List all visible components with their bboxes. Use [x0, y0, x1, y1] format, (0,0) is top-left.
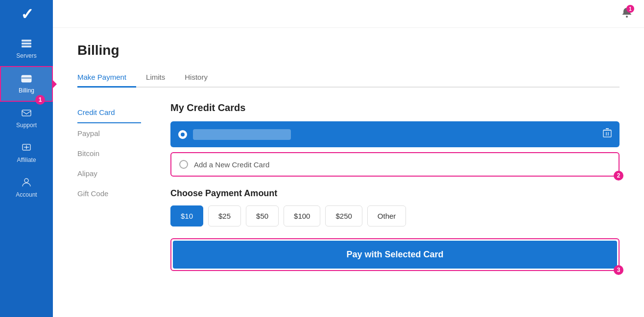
svg-rect-4	[22, 77, 31, 79]
sidebar-item-affiliate-label: Affiliate	[17, 157, 36, 163]
inner-layout: Credit Card Paypal Bitcoin Alipay Gift C…	[77, 102, 620, 271]
my-credit-cards-title: My Credit Cards	[170, 102, 620, 113]
tab-history[interactable]: History	[185, 68, 217, 88]
tab-make-payment[interactable]: Make Payment	[77, 68, 136, 88]
sidebar-item-servers-label: Servers	[16, 52, 36, 59]
billing-step-badge: 1	[35, 95, 45, 105]
amount-25[interactable]: $25	[208, 205, 241, 226]
top-bar: 1	[53, 0, 644, 28]
payment-method-bitcoin[interactable]: Bitcoin	[77, 143, 141, 163]
payment-methods-list: Credit Card Paypal Bitcoin Alipay Gift C…	[77, 102, 141, 271]
billing-icon	[21, 74, 32, 85]
pay-button-wrapper: Pay with Selected Card 3	[170, 238, 620, 271]
notification-button[interactable]: 1	[620, 5, 634, 23]
billing-tabs: Make Payment Limits History	[77, 68, 620, 88]
amount-other[interactable]: Other	[367, 205, 406, 226]
sidebar-item-account-label: Account	[16, 191, 37, 198]
sidebar-item-billing[interactable]: Billing 1	[0, 66, 53, 102]
payment-method-credit-card[interactable]: Credit Card	[77, 102, 141, 123]
card-number-display	[193, 129, 291, 140]
sidebar-item-servers[interactable]: Servers	[0, 32, 53, 66]
svg-rect-2	[22, 45, 31, 47]
affiliate-icon	[22, 142, 31, 155]
logo: ✓	[21, 5, 33, 23]
svg-point-9	[24, 179, 28, 182]
sidebar-item-support[interactable]: Support	[0, 102, 53, 136]
support-icon	[22, 109, 31, 120]
add-card-radio	[179, 160, 188, 169]
payment-method-paypal[interactable]: Paypal	[77, 123, 141, 143]
tab-limits[interactable]: Limits	[146, 68, 175, 88]
svg-rect-0	[22, 40, 31, 42]
pay-with-selected-card-button[interactable]: Pay with Selected Card	[173, 241, 617, 269]
svg-rect-1	[22, 43, 31, 45]
amount-250[interactable]: $250	[325, 205, 362, 226]
card-item-left	[178, 129, 291, 140]
sidebar-item-billing-label: Billing	[19, 87, 34, 94]
delete-card-icon[interactable]	[603, 128, 612, 140]
sidebar-item-support-label: Support	[16, 122, 37, 129]
notification-badge: 1	[626, 5, 634, 13]
payment-amount-title: Choose Payment Amount	[170, 188, 620, 199]
add-new-card[interactable]: Add a New Credit Card 2	[170, 152, 620, 177]
amount-100[interactable]: $100	[284, 205, 320, 226]
existing-card[interactable]	[170, 121, 620, 147]
payment-method-alipay[interactable]: Alipay	[77, 163, 141, 183]
add-card-step-badge: 2	[614, 171, 623, 181]
account-icon	[22, 177, 31, 189]
sidebar: ✓ Servers Billing 1 Support Affiliate Ac…	[0, 0, 53, 317]
servers-icon	[21, 39, 32, 50]
svg-point-10	[626, 16, 628, 18]
content-area: Billing Make Payment Limits History Cred…	[53, 28, 644, 317]
amount-50[interactable]: $50	[246, 205, 279, 226]
sidebar-item-account[interactable]: Account	[0, 170, 53, 205]
amount-buttons: $10 $25 $50 $100 $250 Other	[170, 205, 620, 226]
credit-card-section: My Credit Cards Add a New Credit Card 2	[170, 102, 620, 271]
sidebar-active-arrow	[52, 79, 57, 89]
card-selected-radio	[178, 130, 187, 139]
sidebar-item-affiliate[interactable]: Affiliate	[0, 136, 53, 170]
main-content: 1 Billing Make Payment Limits History Cr…	[53, 0, 644, 317]
svg-rect-11	[603, 130, 611, 137]
page-title: Billing	[77, 43, 620, 58]
pay-button-step-badge: 3	[614, 265, 623, 275]
add-card-label: Add a New Credit Card	[194, 160, 269, 169]
amount-10[interactable]: $10	[170, 205, 203, 226]
svg-rect-5	[22, 110, 31, 116]
payment-method-gift-code[interactable]: Gift Code	[77, 183, 141, 204]
